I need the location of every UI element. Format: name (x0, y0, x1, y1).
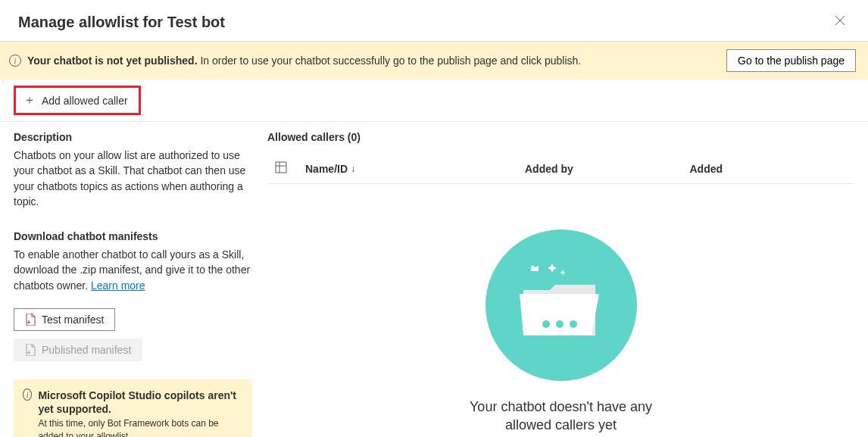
download-title: Download chatbot manifests (14, 230, 252, 242)
plus-icon: ＋ (23, 92, 36, 108)
svg-point-3 (542, 320, 550, 328)
dialog-title: Manage allowlist for Test bot (18, 14, 225, 31)
svg-point-4 (556, 320, 564, 328)
toolbar: ＋ Add allowed caller (0, 80, 868, 122)
description-text: Chatbots on your allow list are authoriz… (14, 148, 252, 209)
empty-illustration (486, 229, 637, 381)
copilot-note: i Microsoft Copilot Studio copilots aren… (14, 379, 252, 437)
download-text: To enable another chatbot to call yours … (14, 247, 252, 293)
empty-state: Your chatbot doesn't have any allowed ca… (267, 184, 854, 435)
layout-column[interactable] (267, 161, 305, 176)
allowed-callers-title: Allowed callers (0) (267, 131, 854, 143)
folder-icon (508, 264, 614, 347)
table-header: Name/ID ↓ Added by Added (267, 154, 854, 184)
add-allowed-caller-button[interactable]: ＋ Add allowed caller (14, 86, 141, 115)
publish-banner: i Your chatbot is not yet published. In … (0, 41, 868, 80)
svg-point-5 (570, 320, 577, 328)
test-manifest-button[interactable]: Test manifest (14, 308, 115, 331)
description-title: Description (14, 131, 252, 143)
right-panel: Allowed callers (0) Name/ID ↓ Added by A… (267, 131, 854, 437)
close-icon (835, 15, 845, 26)
svg-rect-0 (276, 162, 286, 173)
column-name[interactable]: Name/ID ↓ (305, 163, 525, 175)
document-download-icon (25, 344, 36, 356)
goto-publish-button[interactable]: Go to the publish page (726, 49, 856, 72)
published-manifest-button: Published manifest (14, 339, 142, 361)
learn-more-link[interactable]: Learn more (91, 279, 145, 292)
sort-down-icon: ↓ (351, 164, 355, 174)
empty-state-text: Your chatbot doesn't have any allowed ca… (467, 398, 656, 435)
layout-icon (275, 161, 287, 173)
close-button[interactable] (830, 11, 850, 33)
column-added[interactable]: Added (690, 163, 855, 175)
column-addedby[interactable]: Added by (525, 163, 690, 175)
banner-text: Your chatbot is not yet published. In or… (27, 55, 581, 67)
info-icon: i (9, 55, 21, 67)
document-download-icon (25, 314, 36, 326)
dialog-header: Manage allowlist for Test bot (0, 0, 868, 41)
left-panel: Description Chatbots on your allow list … (14, 131, 252, 437)
info-icon: i (23, 389, 32, 401)
